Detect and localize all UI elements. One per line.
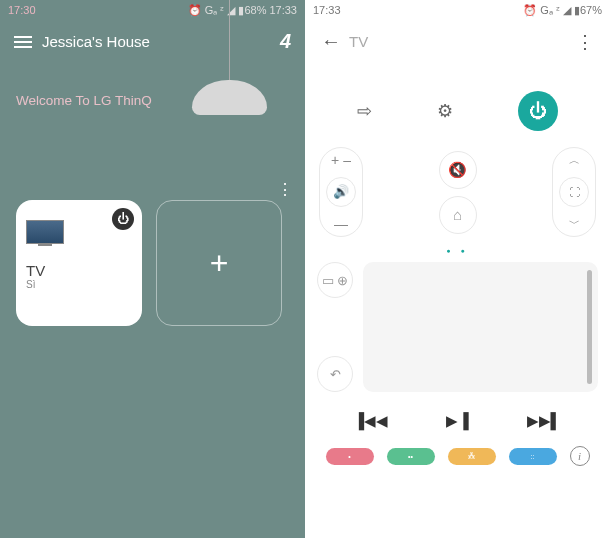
lamp-decoration: [192, 0, 267, 115]
volume-control: + – 🔊 —: [319, 147, 363, 237]
home-name[interactable]: Jessica's House: [42, 33, 150, 50]
control-row: + – 🔊 — 🔇 ⌂ ︿ ⛶ ﹀: [305, 139, 610, 245]
touchpad-area: ▭ ⊕ ↶: [305, 256, 610, 398]
device-label: TV: [26, 262, 132, 279]
center-controls: 🔇 ⌂: [371, 147, 544, 237]
blue-button[interactable]: ::: [509, 448, 557, 465]
device-status: Sì: [26, 279, 132, 290]
notification-badge[interactable]: 4: [280, 30, 291, 53]
media-controls: ▐◀◀ ▶▐ ▶▶▌: [305, 398, 610, 440]
yellow-button[interactable]: ⁂: [448, 448, 496, 465]
page-indicator: ● ●: [305, 245, 610, 256]
volume-down[interactable]: —: [334, 216, 348, 232]
touchpad[interactable]: [363, 262, 598, 392]
add-device-button[interactable]: +: [156, 200, 282, 326]
page-title: TV: [349, 33, 576, 50]
tv-card[interactable]: ⏻ TV Sì: [16, 200, 142, 326]
scrollbar[interactable]: [587, 270, 592, 384]
play-pause-button[interactable]: ▶▐: [446, 412, 469, 430]
top-controls: ⇨ ⚙ ⏻: [305, 83, 610, 139]
channel-control: ︿ ⛶ ﹀: [552, 147, 596, 237]
power-button[interactable]: ⏻: [518, 91, 558, 131]
device-cards: ⏻ TV Sì +: [0, 200, 298, 326]
settings-icon[interactable]: ⚙: [437, 100, 453, 122]
back-icon[interactable]: ←: [321, 30, 341, 53]
touchpad-side: ▭ ⊕ ↶: [317, 262, 357, 392]
next-button[interactable]: ▶▶▌: [527, 412, 562, 430]
time: 17:33: [313, 4, 341, 16]
info-button[interactable]: i: [570, 446, 590, 466]
plus-icon: +: [210, 245, 229, 282]
back-button[interactable]: ↶: [317, 356, 353, 392]
more-icon[interactable]: ⋮: [576, 31, 594, 53]
input-icon[interactable]: ⇨: [357, 100, 372, 122]
menu-icon[interactable]: [14, 36, 32, 48]
time: 17:30: [8, 4, 36, 16]
volume-up[interactable]: + –: [331, 152, 351, 168]
red-button[interactable]: •: [326, 448, 374, 465]
power-icon[interactable]: ⏻: [112, 208, 134, 230]
channel-list-icon[interactable]: ⛶: [559, 177, 589, 207]
home-button[interactable]: ⌂: [439, 196, 477, 234]
tv-remote-screen: 17:33 ⏰ Gₐ ᶻ ◢ ▮67% ← TV ⋮ ⇨ ⚙ ⏻ + – 🔊 —…: [305, 0, 610, 538]
color-buttons: • •• ⁂ :: i: [305, 440, 610, 476]
status-icons: ⏰ Gₐ ᶻ ◢ ▮67%: [523, 4, 602, 17]
tv-icon: [26, 220, 64, 244]
prev-button[interactable]: ▐◀◀: [354, 412, 389, 430]
pointer-toggle[interactable]: ▭ ⊕: [317, 262, 353, 298]
green-button[interactable]: ••: [387, 448, 435, 465]
thinq-home-screen: 17:30 ⏰ Gₐ ᶻ ◢ ▮68% 17:33 Jessica's Hous…: [0, 0, 305, 538]
more-icon[interactable]: ⋮: [277, 180, 291, 199]
channel-up[interactable]: ︿: [569, 153, 580, 168]
remote-header: ← TV ⋮: [305, 20, 610, 63]
channel-down[interactable]: ﹀: [569, 216, 580, 231]
status-bar: 17:33 ⏰ Gₐ ᶻ ◢ ▮67%: [305, 0, 610, 20]
volume-icon[interactable]: 🔊: [326, 177, 356, 207]
mute-button[interactable]: 🔇: [439, 151, 477, 189]
